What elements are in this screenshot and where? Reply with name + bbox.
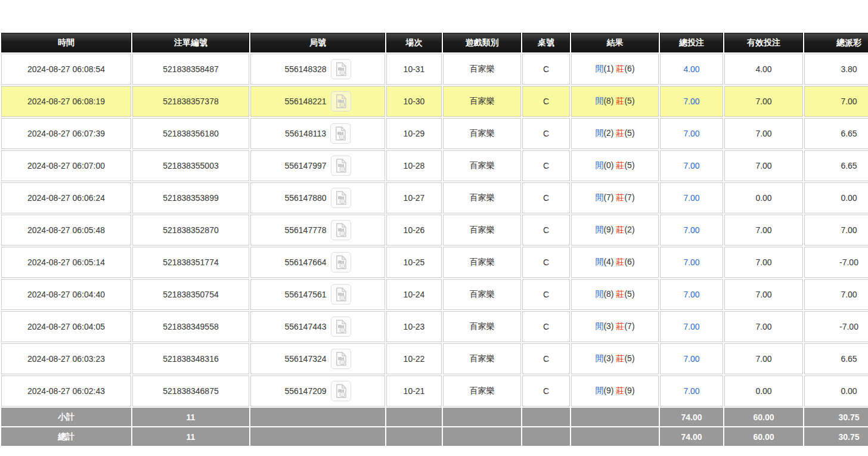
result-player-label: 閒 — [595, 386, 603, 395]
cell-total-bet: 7.00 — [660, 376, 723, 407]
round-no-value: 556147443 — [284, 322, 326, 331]
total-bet-link[interactable]: 7.00 — [683, 97, 699, 106]
cell-time: 2024-08-27 06:04:40 — [1, 279, 131, 310]
cell-result: 閒(4) 莊(6) — [571, 247, 659, 278]
cell-table-no: C — [522, 54, 570, 85]
cell-session: 10-24 — [386, 279, 442, 310]
cell-total-payout: 0.00 — [804, 182, 868, 213]
total-bet-link[interactable]: 7.00 — [683, 225, 699, 235]
cell-total-bet: 7.00 — [660, 343, 723, 374]
cell-total-bet: 7.00 — [660, 182, 723, 213]
cell-bet-id: 521838352870 — [132, 215, 249, 246]
cell-total-bet: 7.00 — [660, 279, 723, 310]
cell-session: 10-21 — [386, 376, 442, 407]
cell-bet-id: 521838350754 — [132, 279, 249, 310]
grand-total-empty-cell — [522, 427, 570, 446]
cell-time: 2024-08-27 06:08:19 — [1, 86, 131, 117]
total-bet-link[interactable]: 7.00 — [683, 129, 699, 138]
cell-result: 閒(8) 莊(5) — [571, 86, 659, 117]
total-bet-link[interactable]: 4.00 — [683, 64, 699, 74]
cell-round-no: 556147209 — [250, 376, 385, 407]
video-icon — [333, 255, 349, 270]
video-replay-button[interactable] — [331, 91, 351, 111]
cell-valid-bet: 7.00 — [724, 118, 803, 149]
total-bet-link[interactable]: 7.00 — [683, 386, 699, 396]
result-banker-points: (7) — [624, 193, 634, 202]
subtotal-empty-cell — [250, 408, 385, 426]
subtotal-total-bet: 74.00 — [660, 408, 723, 426]
result-player-points: (3) — [603, 353, 613, 363]
col-header-session: 場次 — [386, 33, 442, 52]
table-row[interactable]: 2024-08-27 06:05:14 521838351774 5561476… — [1, 247, 868, 278]
video-replay-button[interactable] — [331, 220, 351, 240]
table-row[interactable]: 2024-08-27 06:05:48 521838352870 5561477… — [1, 215, 868, 246]
cell-total-payout: 3.80 — [804, 54, 868, 85]
cell-result: 閒(2) 莊(5) — [571, 118, 659, 149]
cell-bet-id: 521838353899 — [132, 182, 249, 213]
result-banker-points: (6) — [624, 64, 634, 73]
round-no-value: 556147778 — [284, 225, 326, 235]
cell-table-no: C — [522, 182, 570, 213]
cell-session: 10-30 — [386, 86, 442, 117]
result-player-label: 閒 — [595, 96, 603, 106]
cell-round-no: 556147443 — [250, 311, 385, 342]
cell-result: 閒(8) 莊(5) — [571, 279, 659, 310]
total-bet-link[interactable]: 7.00 — [683, 354, 699, 364]
total-bet-link[interactable]: 7.00 — [683, 322, 699, 331]
table-row[interactable]: 2024-08-27 06:07:39 521838356180 5561481… — [1, 118, 868, 149]
cell-time: 2024-08-27 06:08:54 — [1, 54, 131, 85]
cell-total-bet: 7.00 — [660, 311, 723, 342]
video-replay-button[interactable] — [331, 188, 351, 208]
grand-total-count: 11 — [132, 427, 249, 446]
result-banker-label: 莊 — [616, 257, 624, 266]
video-replay-button[interactable] — [331, 317, 351, 337]
round-no-value: 556147209 — [284, 386, 326, 396]
subtotal-count: 11 — [132, 408, 249, 426]
total-bet-link[interactable]: 7.00 — [683, 193, 699, 203]
subtotal-valid-bet: 60.00 — [724, 408, 803, 426]
total-bet-link[interactable]: 7.00 — [683, 161, 699, 170]
result-player-points: (7) — [603, 193, 613, 202]
video-replay-button[interactable] — [330, 123, 351, 144]
cell-round-no: 556147561 — [250, 279, 385, 310]
table-row[interactable]: 2024-08-27 06:02:43 521838346875 5561472… — [1, 376, 868, 407]
total-bet-link[interactable]: 7.00 — [683, 290, 699, 299]
table-row[interactable]: 2024-08-27 06:03:23 521838348316 5561473… — [1, 343, 868, 374]
table-row[interactable]: 2024-08-27 06:06:24 521838353899 5561478… — [1, 182, 868, 213]
result-banker-label: 莊 — [616, 160, 624, 170]
grand-total-label: 總計 — [1, 427, 131, 446]
cell-valid-bet: 7.00 — [724, 343, 803, 374]
result-player-points: (3) — [603, 321, 613, 331]
table-row[interactable]: 2024-08-27 06:08:54 521838358487 5561483… — [1, 54, 868, 85]
video-replay-button[interactable] — [331, 59, 351, 79]
result-banker-points: (9) — [624, 386, 634, 395]
cell-round-no: 556147880 — [250, 182, 385, 213]
cell-result: 閒(3) 莊(5) — [571, 343, 659, 374]
subtotal-total-payout: 30.75 — [804, 408, 868, 426]
total-bet-link[interactable]: 7.00 — [683, 258, 699, 267]
video-icon — [333, 287, 349, 302]
video-icon — [333, 190, 349, 206]
cell-total-payout: 6.65 — [804, 150, 868, 181]
cell-time: 2024-08-27 06:06:24 — [1, 182, 131, 213]
cell-valid-bet: 7.00 — [724, 215, 803, 246]
result-player-points: (4) — [603, 257, 613, 266]
cell-round-no: 556148328 — [250, 54, 385, 85]
video-replay-button[interactable] — [331, 156, 351, 176]
cell-valid-bet: 0.00 — [724, 182, 803, 213]
video-replay-button[interactable] — [331, 349, 351, 369]
video-replay-button[interactable] — [331, 252, 351, 272]
col-header-bet-id: 注單編號 — [132, 33, 249, 52]
result-player-label: 閒 — [595, 160, 603, 170]
video-replay-button[interactable] — [331, 381, 351, 401]
table-row[interactable]: 2024-08-27 06:04:40 521838350754 5561475… — [1, 279, 868, 310]
video-icon — [333, 383, 349, 399]
table-row[interactable]: 2024-08-27 06:08:19 521838357378 5561482… — [1, 86, 868, 117]
video-replay-button[interactable] — [331, 284, 351, 305]
cell-bet-id: 521838358487 — [132, 54, 249, 85]
round-no-value: 556147997 — [284, 161, 326, 170]
grand-total-total-bet: 74.00 — [660, 427, 723, 446]
table-row[interactable]: 2024-08-27 06:04:05 521838349558 5561474… — [1, 311, 868, 342]
table-row[interactable]: 2024-08-27 06:07:00 521838355003 5561479… — [1, 150, 868, 181]
cell-game-type: 百家樂 — [443, 215, 521, 246]
